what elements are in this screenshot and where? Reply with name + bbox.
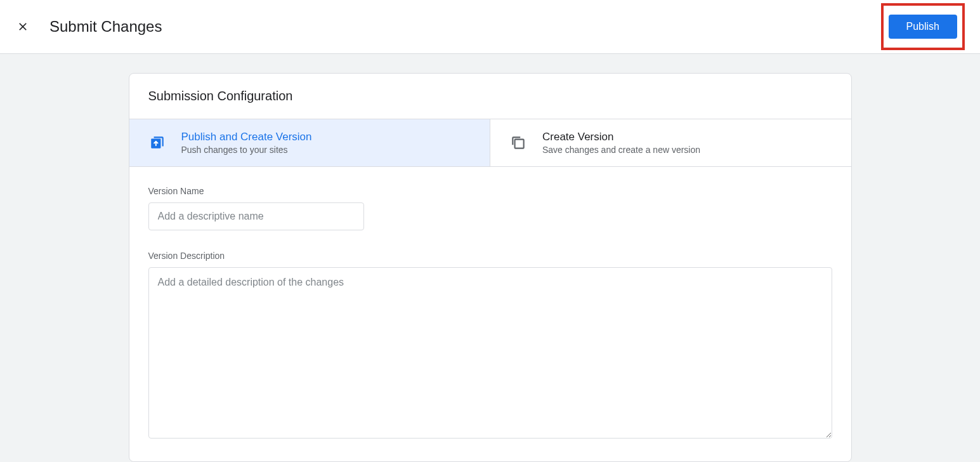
copy-icon: [509, 134, 527, 152]
form-area: Version Name Version Description Publish…: [129, 167, 851, 462]
tab-publish-create[interactable]: Publish and Create Version Push changes …: [129, 119, 491, 166]
dialog-header: Submit Changes Publish: [0, 0, 980, 54]
tab-title: Publish and Create Version: [181, 131, 312, 143]
upload-icon: [148, 134, 166, 152]
svg-rect-1: [515, 140, 524, 148]
version-description-input[interactable]: [148, 267, 832, 439]
main-area: Submission Configuration Publish and Cre…: [0, 54, 980, 462]
submission-card: Submission Configuration Publish and Cre…: [129, 73, 852, 462]
version-name-input[interactable]: [148, 202, 364, 230]
submission-tabs: Publish and Create Version Push changes …: [129, 119, 851, 167]
version-description-label: Version Description: [148, 251, 832, 261]
card-title: Submission Configuration: [129, 74, 851, 119]
version-name-label: Version Name: [148, 186, 832, 196]
tab-subtitle: Save changes and create a new version: [542, 145, 700, 155]
header-left: Submit Changes: [15, 18, 162, 36]
page-title: Submit Changes: [49, 18, 162, 36]
tab-create-version[interactable]: Create Version Save changes and create a…: [490, 119, 851, 166]
tab-text: Publish and Create Version Push changes …: [181, 131, 312, 155]
tab-text: Create Version Save changes and create a…: [542, 131, 700, 155]
tab-title: Create Version: [542, 131, 700, 143]
tab-subtitle: Push changes to your sites: [181, 145, 312, 155]
publish-highlight: Publish: [881, 3, 965, 50]
close-icon[interactable]: [15, 19, 30, 34]
publish-button[interactable]: Publish: [889, 15, 957, 39]
